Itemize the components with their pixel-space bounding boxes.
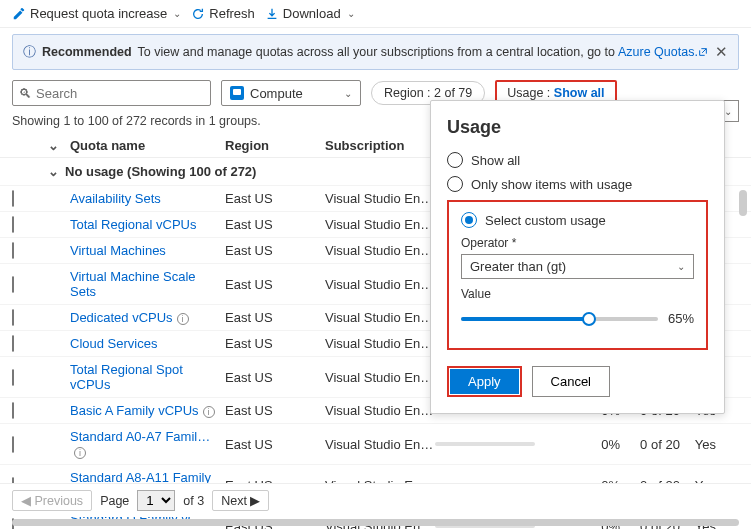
region-cell: East US	[225, 336, 325, 351]
region-cell: East US	[225, 191, 325, 206]
subscription-cell: Visual Studio En…	[325, 191, 435, 206]
azure-quotas-link[interactable]: Azure Quotas.	[618, 45, 698, 59]
cancel-button[interactable]: Cancel	[532, 366, 610, 397]
info-icon[interactable]: i	[74, 447, 86, 459]
usage-count-cell: 0 of 20	[620, 437, 680, 452]
region-cell: East US	[225, 217, 325, 232]
of-label: of 3	[183, 494, 204, 508]
quota-name-link[interactable]: Standard A0-A7 Famil…i	[70, 429, 225, 459]
apply-button[interactable]: Apply	[450, 369, 519, 394]
subscription-cell: Visual Studio En…	[325, 403, 435, 418]
radio-icon	[447, 176, 463, 192]
collapse-all-toggle[interactable]: ⌄	[48, 138, 70, 153]
table-row[interactable]: Standard A0-A7 Famil…iEast USVisual Stud…	[0, 423, 751, 464]
chevron-down-icon: ⌄	[48, 164, 59, 179]
row-checkbox[interactable]	[12, 309, 14, 326]
region-cell: East US	[225, 370, 325, 385]
provider-label: Compute	[250, 86, 303, 101]
refresh-button[interactable]: Refresh	[191, 6, 255, 21]
recommendation-banner: ⓘ Recommended To view and manage quotas …	[12, 34, 739, 70]
subscription-cell: Visual Studio En…	[325, 370, 435, 385]
provider-select[interactable]: Compute ⌄	[221, 80, 361, 106]
quota-name-link[interactable]: Dedicated vCPUsi	[70, 310, 225, 325]
banner-text: To view and manage quotas across all you…	[138, 45, 615, 59]
row-checkbox[interactable]	[12, 402, 14, 419]
col-quota-name[interactable]: Quota name	[70, 138, 225, 153]
subscription-cell: Visual Studio En…	[325, 217, 435, 232]
region-cell: East US	[225, 403, 325, 418]
download-button[interactable]: Download ⌄	[265, 6, 355, 21]
quota-name-link[interactable]: Total Regional Spot vCPUs	[70, 362, 225, 392]
row-checkbox[interactable]	[12, 276, 14, 293]
col-subscription[interactable]: Subscription	[325, 138, 435, 153]
info-icon[interactable]: i	[177, 313, 189, 325]
request-quota-increase-button[interactable]: Request quota increase ⌄	[12, 6, 181, 21]
pagination: ◀ Previous Page 1 of 3 Next ▶	[0, 483, 751, 517]
quota-name-link[interactable]: Virtual Machine Scale Sets	[70, 269, 225, 299]
row-checkbox[interactable]	[12, 436, 14, 453]
subscription-cell: Visual Studio En…	[325, 437, 435, 452]
compute-icon	[230, 86, 244, 100]
page-label: Page	[100, 494, 129, 508]
quota-name-link[interactable]: Availability Sets	[70, 191, 225, 206]
next-button[interactable]: Next ▶	[212, 490, 269, 511]
scrollbar-vertical[interactable]	[739, 190, 747, 216]
row-checkbox[interactable]	[12, 216, 14, 233]
row-checkbox[interactable]	[12, 335, 14, 352]
close-banner-button[interactable]: ✕	[715, 43, 728, 61]
page-select[interactable]: 1	[137, 490, 175, 511]
row-checkbox[interactable]	[12, 369, 14, 386]
previous-button[interactable]: ◀ Previous	[12, 490, 92, 511]
slider-fill	[461, 317, 589, 321]
subscription-cell: Visual Studio En…	[325, 277, 435, 292]
usage-pct-cell: 0%	[585, 437, 620, 452]
pencil-icon	[12, 7, 26, 21]
quota-name-link[interactable]: Virtual Machines	[70, 243, 225, 258]
value-text: 65%	[668, 311, 694, 326]
subscription-cell: Visual Studio En…	[325, 310, 435, 325]
radio-custom-usage[interactable]: Select custom usage	[461, 212, 694, 228]
value-slider[interactable]: 65%	[461, 311, 694, 326]
chevron-down-icon: ⌄	[347, 8, 355, 19]
info-icon[interactable]: i	[203, 406, 215, 418]
label: Refresh	[209, 6, 255, 21]
chevron-down-icon: ⌄	[173, 8, 181, 19]
label: Select custom usage	[485, 213, 606, 228]
usage-filter-popover: Usage Show all Only show items with usag…	[430, 100, 725, 414]
scrollbar-horizontal[interactable]	[12, 519, 739, 526]
usage-bar-cell	[435, 442, 585, 446]
slider-track	[461, 317, 658, 321]
subscription-cell: Visual Studio En…	[325, 336, 435, 351]
info-icon: ⓘ	[23, 44, 36, 61]
usage-value: Show all	[554, 86, 605, 100]
refresh-icon	[191, 7, 205, 21]
quota-name-link[interactable]: Total Regional vCPUs	[70, 217, 225, 232]
radio-only-usage[interactable]: Only show items with usage	[447, 176, 708, 192]
label: Only show items with usage	[471, 177, 632, 192]
row-checkbox[interactable]	[12, 190, 14, 207]
value-label: Value	[461, 287, 694, 301]
chevron-down-icon: ⌄	[677, 261, 685, 272]
subscription-cell: Visual Studio En…	[325, 243, 435, 258]
download-icon	[265, 7, 279, 21]
svg-rect-0	[233, 89, 241, 95]
radio-icon	[447, 152, 463, 168]
col-region[interactable]: Region	[225, 138, 325, 153]
operator-label: Operator *	[461, 236, 694, 250]
search-input[interactable]	[36, 86, 204, 101]
row-checkbox[interactable]	[12, 242, 14, 259]
search-input-wrap[interactable]: 🔍︎	[12, 80, 211, 106]
operator-select[interactable]: Greater than (gt) ⌄	[461, 254, 694, 279]
command-bar: Request quota increase ⌄ Refresh Downloa…	[0, 0, 751, 28]
quota-name-link[interactable]: Cloud Services	[70, 336, 225, 351]
adjustable-cell: Yes	[680, 437, 716, 452]
search-icon: 🔍︎	[19, 86, 32, 101]
radio-show-all[interactable]: Show all	[447, 152, 708, 168]
usage-prefix: Usage :	[507, 86, 554, 100]
region-cell: East US	[225, 277, 325, 292]
chevron-down-icon: ⌄	[344, 88, 352, 99]
popover-title: Usage	[447, 117, 708, 138]
slider-thumb[interactable]	[582, 312, 596, 326]
popover-actions: Apply Cancel	[447, 366, 708, 397]
quota-name-link[interactable]: Basic A Family vCPUsi	[70, 403, 225, 418]
